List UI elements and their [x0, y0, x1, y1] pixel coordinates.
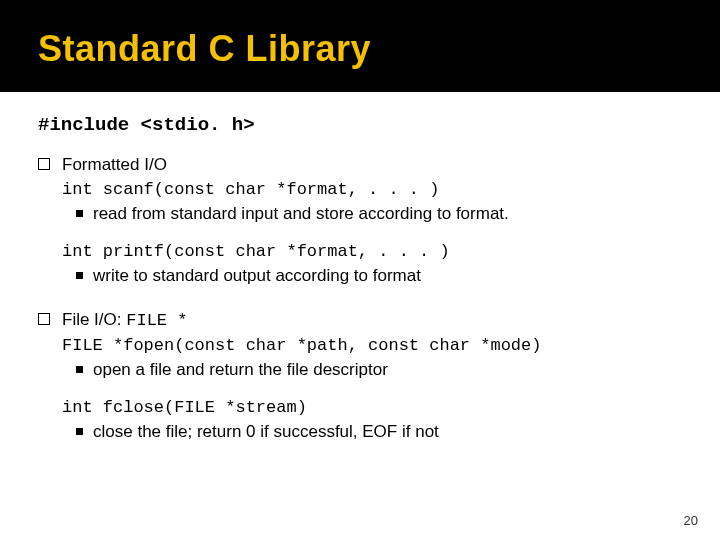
- page-number: 20: [684, 513, 698, 528]
- slide-content: #include <stdio. h> Formatted I/O int sc…: [0, 92, 720, 443]
- sub-text: read from standard input and store accor…: [93, 203, 509, 225]
- square-bullet-icon: [76, 272, 83, 279]
- code-line: FILE *fopen(const char *path, const char…: [62, 335, 690, 357]
- slide-title: Standard C Library: [38, 28, 720, 70]
- checkbox-icon: [38, 313, 50, 325]
- square-bullet-icon: [76, 210, 83, 217]
- include-directive: #include <stdio. h>: [38, 114, 690, 136]
- sub-item: write to standard output according to fo…: [62, 265, 690, 287]
- code-line: int fclose(FILE *stream): [62, 397, 690, 419]
- sub-text: open a file and return the file descript…: [93, 359, 388, 381]
- section-file-io: File I/O: FILE * FILE *fopen(const char …: [38, 309, 690, 442]
- title-band: Standard C Library: [0, 0, 720, 92]
- code-line: int scanf(const char *format, . . . ): [62, 179, 690, 201]
- sub-item: open a file and return the file descript…: [62, 359, 690, 381]
- heading-mono: FILE *: [126, 311, 187, 330]
- checkbox-icon: [38, 158, 50, 170]
- heading-text: Formatted I/O: [62, 155, 167, 174]
- section-heading: Formatted I/O: [62, 154, 690, 177]
- sub-text: write to standard output according to fo…: [93, 265, 421, 287]
- square-bullet-icon: [76, 428, 83, 435]
- square-bullet-icon: [76, 366, 83, 373]
- sub-item: close the file; return 0 if successful, …: [62, 421, 690, 443]
- section-heading: File I/O: FILE *: [62, 309, 690, 332]
- section-formatted-io: Formatted I/O int scanf(const char *form…: [38, 154, 690, 287]
- code-line: int printf(const char *format, . . . ): [62, 241, 690, 263]
- sub-text: close the file; return 0 if successful, …: [93, 421, 439, 443]
- heading-text: File I/O:: [62, 310, 126, 329]
- sub-item: read from standard input and store accor…: [62, 203, 690, 225]
